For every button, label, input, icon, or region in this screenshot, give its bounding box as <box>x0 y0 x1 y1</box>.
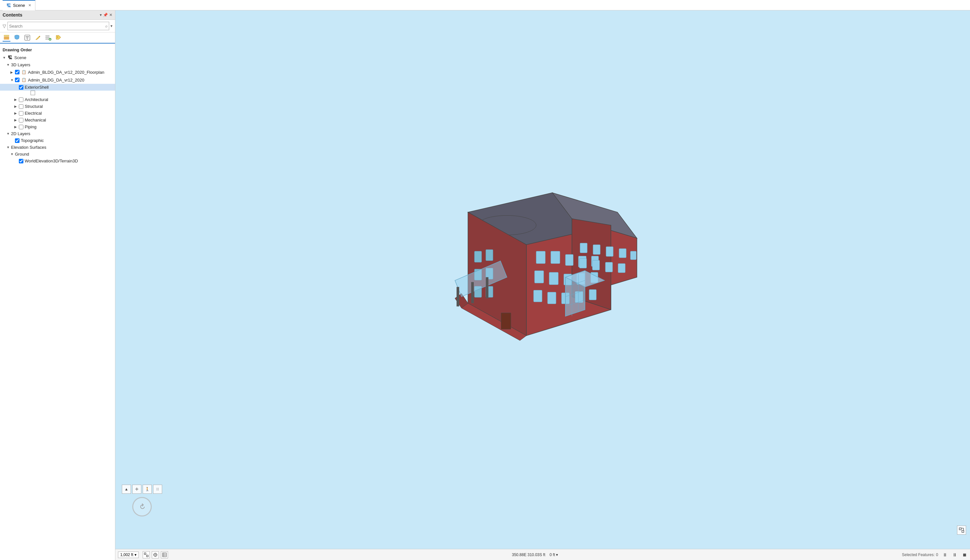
world-elevation-checkbox[interactable] <box>19 159 23 163</box>
tree-item-piping[interactable]: ▶ Piping <box>0 123 115 130</box>
scene-icon: 🏗 <box>7 55 13 60</box>
structural-checkbox[interactable] <box>19 104 23 109</box>
search-input-wrap[interactable]: ⌕ <box>7 22 109 30</box>
tree-item-mechanical[interactable]: ▶ Mechanical <box>0 117 115 123</box>
mechanical-label: Mechanical <box>25 118 46 122</box>
exterior-shell-checkbox[interactable] <box>19 85 23 90</box>
filter-icon[interactable]: ▽ <box>3 23 6 28</box>
contents-close-btn[interactable]: ✕ <box>109 13 112 17</box>
admin-floorplan-label: Admin_BLDG_DA_vr12_2020_Floorplan <box>28 70 104 75</box>
title-bar: 🏗 Scene ✕ <box>0 0 970 10</box>
nav-center-btn[interactable] <box>152 551 159 558</box>
expand-3dlayers-arrow[interactable]: ▼ <box>7 63 11 67</box>
expand-mechanical-arrow[interactable]: ▶ <box>14 118 19 122</box>
mechanical-checkbox[interactable] <box>19 118 23 122</box>
svg-rect-10 <box>45 35 49 37</box>
toolbar-edit-icon[interactable] <box>34 34 42 42</box>
nav-extent-btn[interactable] <box>143 551 150 558</box>
toolbar-tag-icon[interactable] <box>55 34 62 42</box>
toolbar-add-layer-icon[interactable]: + <box>44 34 52 42</box>
2d-layers-label: 2D Layers <box>11 131 30 136</box>
nav-table-btn[interactable] <box>161 551 168 558</box>
tree-item-2d-layers[interactable]: ▼ 2D Layers <box>0 130 115 137</box>
tree-item-architectural[interactable]: ▶ Architectural <box>0 96 115 103</box>
search-input[interactable] <box>9 24 105 28</box>
compass-container: ↻ <box>122 497 162 517</box>
scene-tab-close[interactable]: ✕ <box>28 3 31 7</box>
pause2-btn[interactable]: ⏸ <box>952 552 958 558</box>
expand-elevation-arrow[interactable]: ▼ <box>7 145 11 149</box>
tree-item-elevation-surfaces[interactable]: ▼ Elevation Surfaces <box>0 144 115 151</box>
nav-move-btn[interactable]: ✛ <box>132 485 141 494</box>
piping-checkbox[interactable] <box>19 125 23 129</box>
topographic-checkbox[interactable] <box>15 138 20 143</box>
svg-rect-57 <box>618 263 625 273</box>
admin-bldg-checkbox[interactable] <box>15 78 20 82</box>
stop-btn[interactable]: ⏹ <box>962 552 967 558</box>
svg-rect-26 <box>534 271 544 283</box>
tree-item-admin-bldg[interactable]: ▼ 📋 Admin_BLDG_DA_vr12_2020 <box>0 76 115 84</box>
svg-rect-21 <box>536 251 545 263</box>
tree-item-exterior-shell[interactable]: ExteriorShell <box>0 84 115 91</box>
nav-up-btn[interactable]: ▲ <box>122 485 131 494</box>
scene-background[interactable]: ▲ ✛ 🚶 ⁝⁝ ↻ <box>115 10 970 549</box>
expand-scene-arrow[interactable]: ▼ <box>3 56 7 60</box>
svg-rect-49 <box>580 243 587 253</box>
selected-features-count: 0 <box>936 553 938 557</box>
expand-adminbldg-arrow[interactable]: ▼ <box>10 78 15 82</box>
tree-item-scene[interactable]: ▼ 🏗 Scene <box>0 53 115 62</box>
scene-tab[interactable]: 🏗 Scene ✕ <box>3 0 35 10</box>
elevation-dropdown[interactable]: ▾ <box>556 553 558 557</box>
svg-rect-63 <box>486 277 488 298</box>
tree-item-ground[interactable]: ▼ Ground <box>0 151 115 158</box>
svg-rect-55 <box>593 260 599 270</box>
expand-floorplan-arrow[interactable]: ▶ <box>10 70 15 74</box>
expand-worldelev-arrow <box>14 159 19 163</box>
nav-walk-btn[interactable]: 🚶 <box>143 485 152 494</box>
svg-rect-27 <box>549 272 558 285</box>
svg-rect-61 <box>457 287 459 306</box>
scale-dropdown-icon[interactable]: ▾ <box>135 553 137 557</box>
compass[interactable]: ↻ <box>132 497 152 517</box>
expand-piping-arrow[interactable]: ▶ <box>14 125 19 128</box>
expand-electrical-arrow[interactable]: ▶ <box>14 112 19 115</box>
contents-pin-btn[interactable]: 📌 <box>103 13 108 17</box>
expand-structural-arrow[interactable]: ▶ <box>14 105 19 108</box>
contents-controls: ▾ 📌 ✕ <box>100 13 112 17</box>
tree-item-topographic[interactable]: Topographic <box>0 137 115 144</box>
expand-scene-btn[interactable] <box>957 525 966 535</box>
architectural-checkbox[interactable] <box>19 97 23 102</box>
tree-item-3d-layers[interactable]: ▼ 3D Layers <box>0 62 115 68</box>
svg-rect-2 <box>4 35 9 36</box>
tree-item-admin-floorplan[interactable]: ▶ 📋 Admin_BLDG_DA_vr12_2020_Floorplan <box>0 68 115 76</box>
scale-selector[interactable]: 1,002 ft ▾ <box>118 552 139 558</box>
bottom-bar: 1,002 ft ▾ <box>115 549 970 560</box>
contents-title: Contents <box>3 12 22 18</box>
tree-item-world-elevation[interactable]: WorldElevation3D/Terrain3D <box>0 158 115 164</box>
expand-architectural-arrow[interactable]: ▶ <box>14 98 19 101</box>
drawing-order-label: Drawing Order <box>0 46 115 53</box>
svg-rect-35 <box>589 289 596 300</box>
architectural-label: Architectural <box>25 97 48 102</box>
svg-rect-52 <box>619 248 626 258</box>
svg-rect-70 <box>147 555 148 557</box>
svg-rect-51 <box>606 247 613 256</box>
tree-item-electrical[interactable]: ▶ Electrical <box>0 110 115 117</box>
pause-btn[interactable]: ⏸ <box>942 552 948 558</box>
toolbar-filter-icon[interactable] <box>23 34 31 42</box>
scene-tab-icon: 🏗 <box>7 3 11 8</box>
admin-floorplan-checkbox[interactable] <box>15 70 20 74</box>
toolbar-datasource-icon[interactable] <box>13 34 21 42</box>
toolbar-layers-icon[interactable] <box>3 34 10 42</box>
search-dropdown-btn[interactable]: ▾ <box>110 24 112 28</box>
electrical-checkbox[interactable] <box>19 111 23 116</box>
svg-rect-64 <box>501 313 511 329</box>
expand-ground-arrow[interactable]: ▼ <box>10 152 15 156</box>
scene-tab-label: Scene <box>13 3 25 8</box>
tree-item-structural[interactable]: ▶ Structural <box>0 103 115 110</box>
scale-box[interactable]: 1,002 ft ▾ <box>118 552 139 558</box>
contents-minimize-btn[interactable]: ▾ <box>100 13 102 17</box>
nav-more-btn[interactable]: ⁝⁝ <box>153 485 162 494</box>
layer-toolbar: + <box>0 32 115 43</box>
expand-2dlayers-arrow[interactable]: ▼ <box>7 132 11 135</box>
